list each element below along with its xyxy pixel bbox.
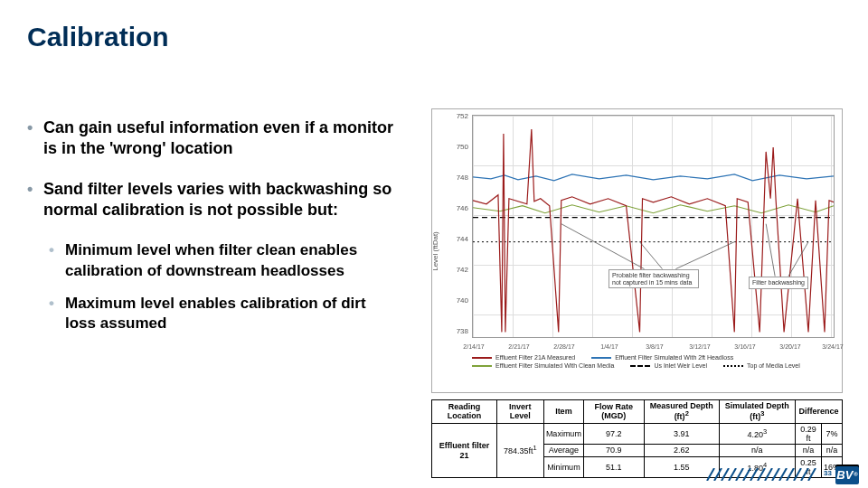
ytick: 740: [443, 296, 468, 305]
td: Maximum: [543, 423, 583, 445]
ytick: 750: [443, 143, 468, 151]
xtick: 3/12/17: [689, 343, 710, 350]
plot-area: Probable filter backwashing not captured…: [472, 115, 835, 338]
bullet-column: •Can gain useful information even if a m…: [27, 117, 402, 347]
td: 0.29 ft: [795, 423, 821, 445]
svg-line-15: [765, 468, 772, 481]
svg-line-11: [736, 468, 743, 481]
annotation-2: Filter backwashing: [749, 277, 808, 289]
svg-line-17: [779, 468, 787, 481]
bullet-2: •Sand filter levels varies with backwash…: [27, 179, 402, 221]
ytick: 748: [443, 174, 468, 182]
legend-item: Effluent Filter Simulated With Clean Med…: [472, 362, 614, 369]
th: Measured Depth (ft)2: [644, 400, 719, 424]
svg-line-18: [787, 468, 794, 481]
chart-legend: Effluent Filter 21A Measured Effluent Fi…: [472, 351, 835, 387]
ytick: 738: [443, 327, 468, 335]
td: n/a: [719, 445, 795, 456]
table-header-row: Reading Location Invert Level Item Flow …: [432, 400, 843, 424]
svg-line-14: [758, 468, 765, 481]
legend-item: Effluent Filter Simulated With 2ft Headl…: [591, 354, 733, 361]
bullet-4: •Maximum level enables calibration of di…: [49, 294, 402, 334]
bullet-1: •Can gain useful information even if a m…: [27, 117, 402, 159]
ytick: 744: [443, 235, 468, 243]
svg-line-20: [801, 468, 808, 481]
svg-line-9: [722, 468, 729, 481]
td: Minimum: [543, 456, 583, 478]
legend-item: Effluent Filter 21A Measured: [472, 354, 575, 361]
th: Flow Rate (MGD): [583, 400, 644, 424]
ytick: 746: [443, 204, 468, 212]
svg-line-13: [750, 468, 758, 481]
chart-series: [473, 116, 834, 336]
td: Effluent filter 21: [432, 423, 497, 478]
bullet-3-text: Minimum level when filter clean enables …: [65, 240, 395, 281]
xtick: 3/16/17: [734, 343, 755, 350]
xtick: 1/4/17: [600, 343, 618, 350]
xtick: 2/21/17: [508, 343, 529, 350]
svg-line-12: [743, 468, 750, 481]
bullet-1-text: Can gain useful information even if a mo…: [43, 117, 396, 159]
td: 784.35ft1: [496, 423, 543, 478]
level-chart: 752 750 748 746 744 742 740 738 2/14/17 …: [431, 108, 843, 393]
xtick: 3/24/17: [822, 343, 843, 350]
th: Reading Location: [432, 400, 497, 424]
bullet-2-text: Sand filter levels varies with backwashi…: [43, 179, 396, 221]
svg-line-21: [808, 468, 816, 481]
td: 2.62: [644, 445, 719, 456]
ytick: 742: [443, 266, 468, 274]
svg-line-16: [772, 468, 779, 481]
svg-line-19: [794, 468, 801, 481]
slide-title: Calibration: [27, 22, 169, 52]
slide: Calibration •Can gain useful information…: [0, 0, 868, 488]
bullet-3: •Minimum level when filter clean enables…: [49, 240, 402, 281]
xtick: 3/8/17: [646, 343, 663, 350]
page-number: 33: [824, 469, 832, 477]
th: Invert Level: [496, 400, 543, 424]
td: Average: [543, 445, 583, 456]
td: 7%: [821, 423, 842, 445]
td: 70.9: [583, 445, 644, 456]
annotation-1: Probable filter backwashing not captured…: [609, 269, 699, 288]
td: 4.203: [719, 423, 795, 445]
footer-hatch-icon: [705, 468, 823, 481]
svg-line-7: [707, 468, 714, 481]
results-table: Reading Location Invert Level Item Flow …: [431, 399, 843, 478]
table-row: Effluent filter 21 784.35ft1 Maximum 97.…: [432, 423, 843, 445]
legend-item: Top of Media Level: [723, 362, 800, 369]
svg-line-8: [714, 468, 722, 481]
legend-item: Us Inlet Weir Level: [630, 362, 707, 369]
xtick: 2/14/17: [463, 343, 484, 350]
td: n/a: [821, 445, 842, 456]
th: Simulated Depth (ft)3: [719, 400, 795, 424]
bullet-4-text: Maximum level enables calibration of dir…: [65, 294, 395, 334]
svg-line-10: [729, 468, 736, 481]
ytick: 752: [443, 112, 468, 120]
xtick: 3/20/17: [779, 343, 800, 350]
td: n/a: [795, 445, 821, 456]
th: Difference: [795, 400, 842, 424]
th: Item: [543, 400, 583, 424]
td: 51.1: [583, 456, 644, 478]
bv-logo-icon: BV®: [835, 465, 859, 484]
y-axis-label: Level (ftDat): [431, 231, 439, 271]
xtick: 2/28/17: [553, 343, 574, 350]
td: 97.2: [583, 423, 644, 445]
td: 3.91: [644, 423, 719, 445]
